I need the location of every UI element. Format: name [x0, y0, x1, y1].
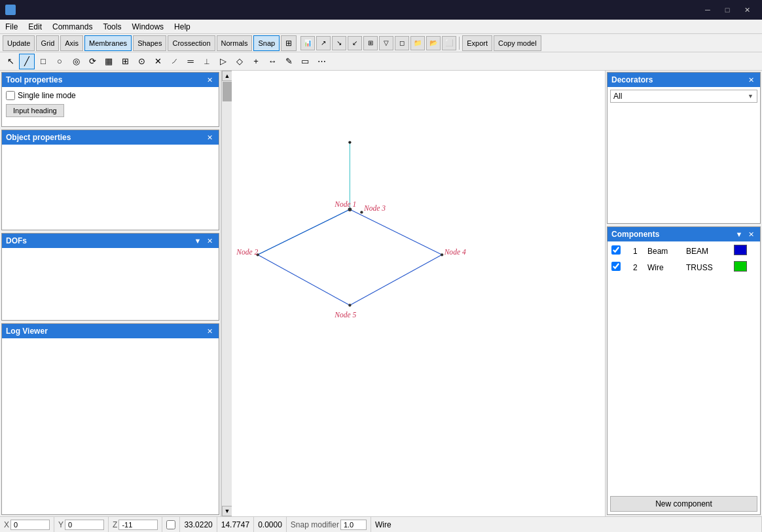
components-close[interactable]: ✕: [746, 229, 756, 239]
chamfer-tool[interactable]: ◇: [232, 54, 247, 69]
dofs-controls: ▼ ✕: [192, 236, 215, 246]
snap-modifier-input[interactable]: [340, 520, 367, 530]
text-tool[interactable]: ✎: [281, 54, 297, 69]
update-button[interactable]: Update: [3, 35, 35, 51]
rect-tool[interactable]: □: [35, 54, 51, 69]
draw-line-tool[interactable]: ╱: [19, 54, 35, 69]
comp2-color-cell: [731, 259, 759, 275]
object-properties-title: Object properties: [6, 133, 71, 142]
scroll-down-arrow[interactable]: ▼: [222, 506, 232, 516]
dofs-dropdown[interactable]: ▼: [192, 236, 203, 246]
comp2-checkbox[interactable]: [611, 262, 621, 271]
decorators-close[interactable]: ✕: [746, 75, 756, 85]
select-tool[interactable]: ↖: [3, 54, 18, 69]
export-button[interactable]: Export: [462, 35, 492, 51]
new-component-button[interactable]: New component: [610, 496, 757, 512]
wire-n2-n5: [258, 255, 350, 305]
comp1-checkbox[interactable]: [611, 245, 621, 255]
point-tool[interactable]: ⊙: [134, 54, 149, 69]
app-icon: [5, 5, 16, 15]
cross-tool[interactable]: ✕: [150, 54, 166, 69]
toolbar-icon-10[interactable]: ⬜: [442, 36, 456, 50]
minimize-button[interactable]: ─: [698, 0, 717, 20]
toolbar-icon-7[interactable]: ◻: [395, 36, 409, 50]
separator1: [459, 37, 460, 50]
crossection-button[interactable]: Crossection: [168, 35, 215, 51]
maximize-button[interactable]: □: [717, 0, 737, 20]
input-heading-button[interactable]: Input heading: [6, 104, 64, 117]
object-properties-close[interactable]: ✕: [204, 132, 215, 143]
single-line-checkbox[interactable]: [6, 91, 15, 100]
menu-help[interactable]: Help: [169, 20, 196, 34]
dofs-close[interactable]: ✕: [204, 236, 215, 246]
canvas-area[interactable]: Node 1 Node 2 Node 3 Node 4 Node 5: [232, 71, 605, 516]
coord3-cell: 0.0000: [254, 517, 287, 532]
snap-button[interactable]: Snap: [253, 35, 280, 51]
log-viewer-body[interactable]: [2, 338, 219, 430]
menu-bar: File Edit Commands Tools Windows Help: [0, 20, 762, 34]
close-button[interactable]: ✕: [737, 0, 757, 20]
menu-file[interactable]: File: [0, 20, 23, 34]
toolbar-icon-9[interactable]: 📂: [426, 36, 441, 50]
arc-tool[interactable]: ◎: [68, 54, 84, 69]
components-dropdown[interactable]: ▼: [734, 229, 744, 239]
comp1-check-cell[interactable]: [609, 243, 630, 259]
circle-tool[interactable]: ○: [52, 54, 67, 69]
scroll-thumb[interactable]: [223, 82, 232, 101]
toolbar-icon-1[interactable]: 📊: [300, 36, 315, 50]
coord2-cell: 14.7747: [217, 517, 254, 532]
node4-label: Node 4: [444, 248, 466, 256]
log-viewer-close[interactable]: ✕: [204, 326, 215, 336]
node2-label: Node 2: [236, 248, 258, 256]
coord1-cell: 33.0220: [180, 517, 217, 532]
menu-edit[interactable]: Edit: [23, 20, 47, 34]
toolbar-icon-4[interactable]: ↙: [348, 36, 362, 50]
toolbar-icon-5[interactable]: ⊞: [363, 36, 378, 50]
trim-tool[interactable]: ⟂: [199, 54, 215, 69]
scroll-up-arrow[interactable]: ▲: [222, 71, 232, 81]
membranes-button[interactable]: Membranes: [84, 35, 132, 51]
status-checkbox[interactable]: [166, 520, 175, 529]
decorators-dropdown-wrapper: All: [610, 90, 757, 103]
left-scrollbar: ▲ ▼: [221, 71, 232, 516]
menu-windows[interactable]: Windows: [126, 20, 169, 34]
shapes-button[interactable]: Shapes: [133, 35, 166, 51]
snap-icon-btn[interactable]: ⊞: [281, 35, 297, 51]
single-line-label: Single line mode: [18, 91, 76, 100]
comp2-check-cell[interactable]: [609, 259, 630, 275]
toolbar-icon-2[interactable]: ↗: [316, 36, 331, 50]
extend-tool[interactable]: ═: [183, 54, 198, 69]
node-tool[interactable]: ⋯: [314, 54, 329, 69]
scroll-track[interactable]: [222, 81, 232, 506]
x-input[interactable]: [10, 520, 50, 530]
decorators-dropdown[interactable]: All: [610, 90, 757, 103]
grid-tool[interactable]: ▦: [101, 54, 117, 69]
snap-modifier-cell: Snap modifier: [287, 517, 371, 532]
node3-dot: [360, 211, 363, 213]
toolbar-icon-6[interactable]: ▽: [379, 36, 393, 50]
toolbar-icon-3[interactable]: ↘: [332, 36, 346, 50]
grid-button[interactable]: Grid: [36, 35, 59, 51]
edit-tool[interactable]: ▭: [297, 54, 313, 69]
normals-button[interactable]: Normals: [217, 35, 253, 51]
rotate-tool[interactable]: ⟳: [84, 54, 100, 69]
menu-commands[interactable]: Commands: [47, 20, 98, 34]
log-viewer-controls: ✕: [204, 326, 215, 336]
z-input[interactable]: [118, 520, 158, 530]
split-tool[interactable]: ⟋: [166, 54, 182, 69]
offset-tool[interactable]: +: [248, 54, 264, 69]
node5-dot: [348, 304, 351, 306]
copy-model-button[interactable]: Copy model: [494, 35, 541, 51]
dimension-tool[interactable]: ↔: [264, 54, 280, 69]
menu-tools[interactable]: Tools: [98, 20, 126, 34]
canvas-svg: Node 1 Node 2 Node 3 Node 4 Node 5: [232, 71, 605, 516]
toolbar-icon-8[interactable]: 📁: [410, 36, 425, 50]
fillet-tool[interactable]: ▷: [215, 54, 231, 69]
axis-button[interactable]: Axis: [60, 35, 83, 51]
array-tool[interactable]: ⊞: [117, 54, 133, 69]
y-input[interactable]: [65, 520, 104, 530]
tool-properties-close[interactable]: ✕: [204, 75, 215, 85]
log-viewer-header: Log Viewer ✕: [2, 324, 219, 338]
tool-properties-panel: Tool properties ✕ Single line mode Input…: [1, 72, 219, 127]
node4-dot: [441, 253, 443, 256]
